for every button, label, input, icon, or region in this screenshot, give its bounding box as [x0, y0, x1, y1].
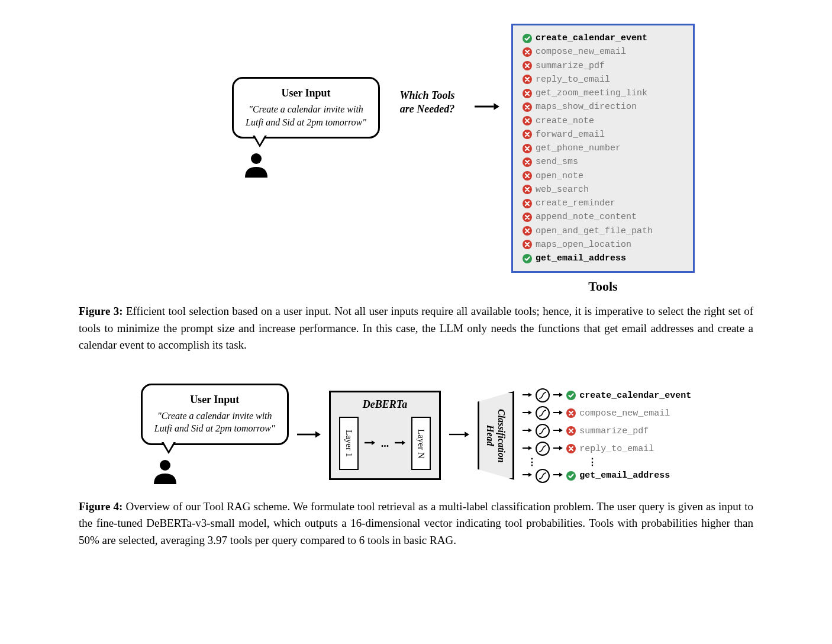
output-tool-name: summarize_pdf: [579, 426, 649, 436]
tools-label: Tools: [588, 279, 617, 294]
outputs-column: create_calendar_eventcompose_new_emailsu…: [523, 388, 691, 483]
tool-name: create_calendar_event: [536, 31, 647, 45]
x-icon: [523, 240, 532, 249]
arrow-icon: [297, 429, 321, 443]
figure-4-label: Figure 4:: [79, 500, 122, 513]
tool-row: web_search: [523, 183, 683, 197]
figure-4-caption-text: Overview of our Tool RAG scheme. We form…: [79, 500, 753, 546]
arrow-icon: [523, 471, 532, 481]
tool-row: create_reminder: [523, 197, 683, 210]
tool-name: get_email_address: [536, 252, 626, 265]
arrow-icon: [553, 426, 563, 436]
tool-row: maps_open_location: [523, 238, 683, 252]
sigmoid-icon: [536, 442, 550, 456]
user-icon: [243, 152, 270, 181]
tool-name: append_note_content: [536, 210, 637, 224]
classification-head-box: Classification Head: [478, 391, 514, 480]
tool-name: reply_to_email: [536, 73, 610, 86]
sigmoid-icon: [536, 388, 550, 402]
user-input-title: User Input: [246, 87, 366, 99]
user-input-group-2: User Input "Create a calendar invite wit…: [141, 384, 289, 488]
tool-row: reply_to_email: [523, 73, 683, 86]
which-tools-label: Which Tools are Needed?: [392, 89, 463, 117]
x-icon: [566, 444, 576, 453]
x-icon: [523, 199, 532, 208]
vertical-dots: ⋮⋮: [523, 459, 691, 465]
tools-box: create_calendar_eventcompose_new_emailsu…: [511, 24, 695, 273]
x-icon: [523, 102, 532, 112]
deberta-box: DeBERTa Layer 1 ... Layer N: [329, 391, 441, 480]
check-icon: [566, 391, 576, 400]
x-icon: [523, 116, 532, 125]
arrow-icon: [395, 438, 405, 449]
output-tool-name: compose_new_email: [579, 408, 670, 418]
arrow-icon: [365, 438, 375, 449]
tool-row: compose_new_email: [523, 45, 683, 59]
tool-name: create_reminder: [536, 197, 615, 210]
check-icon: [566, 471, 576, 481]
user-input-text-2: "Create a calendar invite with Lutfi and…: [154, 410, 275, 435]
tool-name: web_search: [536, 183, 589, 197]
output-row: create_calendar_event: [523, 388, 691, 402]
tool-row: append_note_content: [523, 210, 683, 224]
tool-row: create_calendar_event: [523, 31, 683, 45]
output-row: reply_to_email: [523, 442, 691, 456]
tool-name: maps_open_location: [536, 238, 631, 252]
arrow-icon: [553, 408, 563, 418]
arrow-icon: [523, 426, 532, 436]
sigmoid-icon: [536, 424, 550, 438]
x-icon: [566, 408, 576, 418]
x-icon: [523, 47, 532, 57]
speech-bubble-2: User Input "Create a calendar invite wit…: [141, 384, 289, 445]
arrow-icon: [553, 471, 563, 481]
speech-bubble: User Input "Create a calendar invite wit…: [232, 77, 380, 139]
tool-row: create_note: [523, 114, 683, 128]
user-input-group: User Input "Create a calendar invite wit…: [232, 77, 380, 181]
arrow-icon: [475, 101, 499, 115]
output-tool-name: reply_to_email: [579, 444, 654, 454]
arrow-icon: [523, 444, 532, 454]
user-input-title-2: User Input: [154, 394, 275, 406]
figure-3-label: Figure 3:: [79, 305, 123, 317]
user-input-text: "Create a calendar invite with Lutfi and…: [246, 103, 366, 128]
tool-row: send_sms: [523, 155, 683, 169]
x-icon: [523, 185, 532, 194]
tool-name: compose_new_email: [536, 45, 626, 59]
arrow-icon: [553, 444, 563, 454]
tool-name: summarize_pdf: [536, 59, 605, 73]
classification-head-label: Classification Head: [485, 399, 507, 472]
layer-n-box: Layer N: [411, 417, 431, 470]
figure-3: User Input "Create a calendar invite wit…: [12, 24, 820, 354]
x-icon: [523, 157, 532, 167]
tool-name: get_phone_number: [536, 141, 621, 155]
x-icon: [523, 144, 532, 153]
tool-name: create_note: [536, 114, 594, 128]
output-tool-name: get_email_address: [579, 471, 670, 481]
tool-name: get_zoom_meeting_link: [536, 86, 647, 100]
x-icon: [523, 212, 532, 222]
x-icon: [523, 61, 532, 70]
sigmoid-icon: [536, 406, 550, 420]
x-icon: [523, 130, 532, 139]
layers-row: Layer 1 ... Layer N: [339, 417, 431, 470]
arrow-icon: [449, 429, 469, 443]
figure-4-diagram: User Input "Create a calendar invite wit…: [12, 384, 820, 488]
figure-4: User Input "Create a calendar invite wit…: [12, 384, 820, 549]
layer-1-box: Layer 1: [339, 417, 359, 470]
tool-row: get_email_address: [523, 252, 683, 265]
tool-name: send_sms: [536, 155, 578, 169]
layer-dots: ...: [381, 437, 389, 450]
x-icon: [523, 89, 532, 98]
tool-row: get_phone_number: [523, 141, 683, 155]
x-icon: [566, 426, 576, 436]
tool-row: summarize_pdf: [523, 59, 683, 73]
x-icon: [523, 226, 532, 236]
figure-4-caption: Figure 4: Overview of our Tool RAG schem…: [43, 498, 789, 549]
tool-name: maps_show_direction: [536, 100, 637, 114]
user-icon-2: [151, 458, 179, 488]
tool-row: forward_email: [523, 128, 683, 141]
figure-3-caption-text: Efficient tool selection based on a user…: [79, 305, 753, 351]
x-icon: [523, 171, 532, 181]
tool-row: maps_show_direction: [523, 100, 683, 114]
deberta-label: DeBERTa: [363, 398, 407, 411]
